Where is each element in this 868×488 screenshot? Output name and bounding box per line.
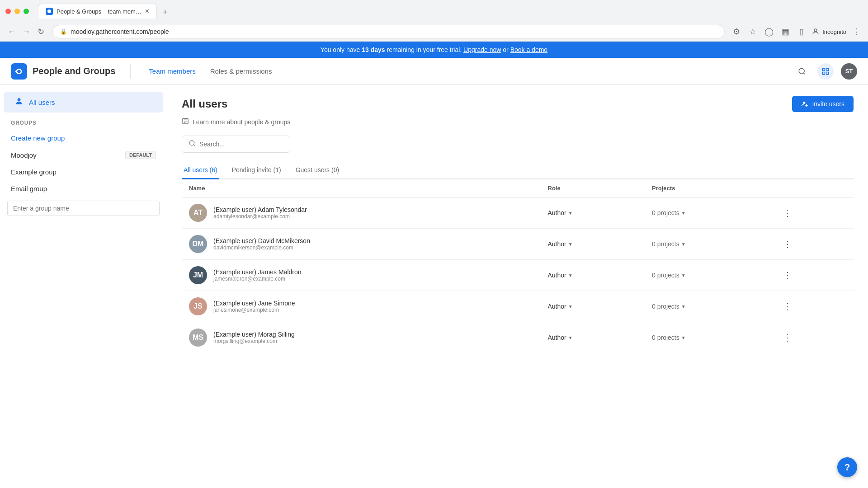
- role-label: Author: [548, 272, 566, 279]
- role-dropdown[interactable]: Author ▼: [548, 272, 638, 279]
- group-name: Example group: [11, 168, 57, 176]
- user-more-btn[interactable]: ⋮: [779, 268, 796, 282]
- sidebar-browser-btn[interactable]: ▯: [795, 25, 808, 38]
- trial-banner: You only have 13 days remaining in your …: [0, 42, 868, 58]
- user-actions-cell: ⋮: [772, 229, 854, 260]
- logo-area: People and Groups: [11, 63, 115, 80]
- user-more-btn[interactable]: ⋮: [779, 206, 796, 220]
- role-label: Author: [548, 209, 566, 216]
- table-row: JM (Example user) James Maldron jamesmal…: [182, 260, 854, 291]
- user-actions-cell: ⋮: [772, 260, 854, 291]
- forward-btn[interactable]: →: [20, 25, 33, 38]
- create-new-group[interactable]: Create new group: [0, 130, 167, 146]
- role-dropdown[interactable]: Author ▼: [548, 209, 638, 216]
- invite-users-btn[interactable]: Invite users: [792, 96, 854, 112]
- col-name: Name: [182, 179, 541, 197]
- tab-close-btn[interactable]: ×: [145, 8, 149, 15]
- nav-team-members[interactable]: Team members: [142, 64, 203, 79]
- upgrade-link[interactable]: Upgrade now: [463, 46, 501, 53]
- projects-label: 0 projects: [652, 303, 679, 310]
- projects-dropdown[interactable]: 0 projects ▼: [652, 272, 765, 279]
- new-tab-btn[interactable]: +: [159, 6, 171, 19]
- chevron-down-icon: ▼: [568, 335, 573, 340]
- window-minimize-btn[interactable]: [14, 9, 20, 14]
- puzzle-btn[interactable]: ▦: [779, 25, 792, 38]
- projects-dropdown[interactable]: 0 projects ▼: [652, 334, 765, 341]
- tab-guest-users[interactable]: Guest users (0): [294, 162, 341, 179]
- learn-more-icon: [182, 117, 189, 127]
- user-display-name: (Example user) Adam Tylesondar: [213, 206, 307, 213]
- tab-all-users[interactable]: All users (6): [182, 162, 219, 179]
- window-close-btn[interactable]: [5, 9, 11, 14]
- active-tab[interactable]: People & Groups – team mem… ×: [38, 4, 157, 19]
- nav-roles-permissions[interactable]: Roles & permissions: [203, 64, 279, 79]
- app-title: People and Groups: [33, 66, 115, 76]
- app-logo[interactable]: [11, 63, 27, 80]
- help-btn[interactable]: ?: [837, 457, 857, 477]
- user-role-cell: Author ▼: [541, 229, 645, 260]
- svg-rect-4: [826, 68, 829, 70]
- lock-icon: 🔒: [60, 28, 67, 35]
- content-area: All users Invite users Learn more about …: [167, 85, 868, 488]
- col-projects: Projects: [645, 179, 772, 197]
- user-role-cell: Author ▼: [541, 322, 645, 353]
- role-label: Author: [548, 303, 566, 310]
- more-browser-btn[interactable]: ⋮: [850, 25, 863, 38]
- user-more-btn[interactable]: ⋮: [779, 237, 796, 251]
- user-display-name: (Example user) Morag Silling: [213, 331, 295, 338]
- user-avatar: JS: [189, 297, 207, 315]
- profile-circle-btn[interactable]: ◯: [763, 25, 775, 38]
- svg-point-13: [189, 141, 194, 145]
- user-projects-cell: 0 projects ▼: [645, 197, 772, 229]
- create-group-link[interactable]: Create new group: [11, 134, 65, 142]
- user-name-cell: DM (Example user) David McMikerson david…: [182, 229, 541, 260]
- new-group-input[interactable]: [7, 201, 160, 216]
- user-projects-cell: 0 projects ▼: [645, 291, 772, 322]
- browser-nav-buttons: ← → ↻: [5, 25, 47, 38]
- refresh-btn[interactable]: ↻: [34, 25, 47, 38]
- browser-titlebar: People & Groups – team mem… × +: [0, 0, 868, 22]
- user-name-cell: AT (Example user) Adam Tylesondar adamty…: [182, 197, 541, 229]
- window-maximize-btn[interactable]: [24, 9, 29, 14]
- groups-section-label: GROUPS: [0, 113, 167, 130]
- table-row: DM (Example user) David McMikerson david…: [182, 229, 854, 260]
- user-avatar-btn[interactable]: ST: [841, 63, 857, 80]
- tab-pending-invite[interactable]: Pending invite (1): [230, 162, 283, 179]
- search-input[interactable]: [199, 141, 283, 148]
- projects-label: 0 projects: [652, 240, 679, 248]
- chevron-down-icon: ▼: [681, 304, 686, 309]
- group-name: Email group: [11, 185, 47, 192]
- tabs: All users (6) Pending invite (1) Guest u…: [182, 162, 854, 179]
- group-email[interactable]: Email group: [0, 180, 167, 197]
- user-avatar: DM: [189, 235, 207, 253]
- role-dropdown[interactable]: Author ▼: [548, 240, 638, 248]
- content-title: All users: [182, 98, 227, 110]
- browser-chrome: People & Groups – team mem… × + ← → ↻ 🔒 …: [0, 0, 868, 42]
- projects-dropdown[interactable]: 0 projects ▼: [652, 240, 765, 248]
- grid-icon-btn[interactable]: [817, 63, 834, 80]
- demo-link[interactable]: Book a demo: [510, 46, 548, 53]
- col-role: Role: [541, 179, 645, 197]
- role-dropdown[interactable]: Author ▼: [548, 334, 638, 341]
- incognito-btn[interactable]: Incognito: [811, 28, 846, 36]
- role-label: Author: [548, 334, 566, 341]
- app-header: People and Groups Team members Roles & p…: [0, 58, 868, 85]
- group-moodjoy[interactable]: Moodjoy DEFAULT: [0, 146, 167, 164]
- user-email: davidmcmikerson@example.com: [213, 244, 310, 251]
- projects-dropdown[interactable]: 0 projects ▼: [652, 209, 765, 216]
- sidebar-all-users[interactable]: All users: [4, 92, 163, 113]
- url-bar[interactable]: 🔒 moodjoy.gathercontent.com/people: [52, 25, 725, 38]
- back-btn[interactable]: ←: [5, 25, 18, 38]
- projects-dropdown[interactable]: 0 projects ▼: [652, 303, 765, 310]
- user-more-btn[interactable]: ⋮: [779, 330, 796, 345]
- search-header-btn[interactable]: [794, 63, 810, 80]
- content-header: All users Invite users: [182, 96, 854, 112]
- bookmark-btn[interactable]: ☆: [746, 25, 759, 38]
- extensions-btn[interactable]: ⚙: [730, 25, 743, 38]
- chevron-down-icon: ▼: [568, 273, 573, 278]
- role-dropdown[interactable]: Author ▼: [548, 303, 638, 310]
- learn-more-link[interactable]: Learn more about people & groups: [182, 117, 854, 127]
- user-more-btn[interactable]: ⋮: [779, 299, 796, 314]
- group-example[interactable]: Example group: [0, 164, 167, 180]
- new-group-input-area: [7, 201, 160, 216]
